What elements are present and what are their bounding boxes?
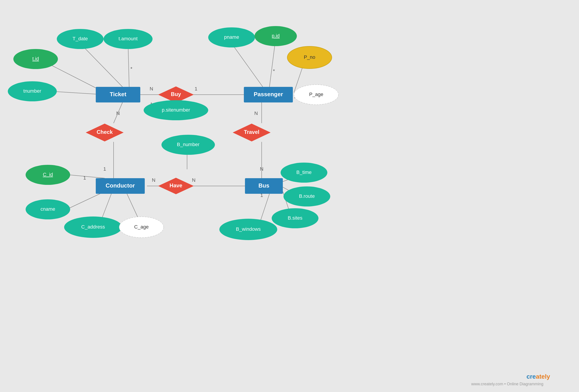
card-ticket-buy: N [150, 86, 153, 91]
card-check-conductor-n: 1 [83, 175, 86, 181]
watermark: www.creately.com • Online Diagramming [471, 382, 543, 386]
attr-p-id-label: p.id [272, 33, 280, 39]
entity-passenger-label: Passenger [254, 91, 283, 97]
attr-t-id-label: t.id [32, 56, 39, 62]
card-passenger-travel-n: N [254, 110, 258, 116]
svg-line-19 [69, 192, 105, 208]
card-ticket-star: * [131, 66, 133, 72]
svg-line-0 [80, 43, 123, 87]
creately-logo: creately [526, 373, 550, 380]
svg-line-18 [69, 175, 105, 178]
er-diagram: N * 1 1 N N 1 1 N * N 1 N N Ticket Passe… [0, 0, 579, 392]
attr-b-windows-label: B_windows [236, 226, 261, 232]
relation-check-label: Check [97, 129, 113, 135]
card-conductor-have-n: N [152, 177, 155, 183]
relation-have-label: Have [169, 182, 182, 188]
attr-p-age-label: P_age [309, 91, 323, 97]
attr-cname-label: cname [41, 206, 55, 212]
card-passenger-star: * [273, 68, 275, 74]
svg-line-1 [128, 43, 129, 87]
attr-b-route-label: B.route [299, 193, 315, 199]
card-check-conductor-1: 1 [103, 166, 106, 172]
entity-bus-label: Bus [258, 182, 269, 189]
relation-travel-label: Travel [244, 129, 259, 135]
attr-p-no-label: P_no [304, 54, 315, 60]
svg-line-6 [232, 43, 263, 87]
attr-tnumber-label: tnumber [23, 88, 41, 94]
entity-ticket-label: Ticket [110, 91, 127, 97]
attr-b-time-label: B_time [296, 169, 311, 175]
svg-line-7 [270, 43, 275, 87]
entity-conductor-label: Conductor [106, 182, 135, 189]
attr-c-id-label: C_id [43, 172, 53, 177]
card-buy-passenger-n: 1 [195, 86, 197, 91]
attr-p-sitenumber-label: p.sitenumber [162, 107, 190, 113]
relation-buy-label: Buy [171, 91, 181, 97]
card-travel-bus-n: N [260, 166, 263, 172]
attr-b-sites-label: B.sites [288, 215, 302, 221]
attr-t-date-label: T_date [72, 36, 88, 41]
card-ticket-check-n: N [116, 110, 120, 116]
attr-pname-label: pname [224, 34, 239, 40]
attr-b-number-label: B_number [177, 142, 200, 147]
card-have-bus-n: N [192, 177, 196, 183]
attr-c-age-label: C_age [134, 224, 149, 230]
attr-t-amount-label: t.amount [119, 36, 138, 41]
attr-c-address-label: C_address [81, 224, 105, 230]
